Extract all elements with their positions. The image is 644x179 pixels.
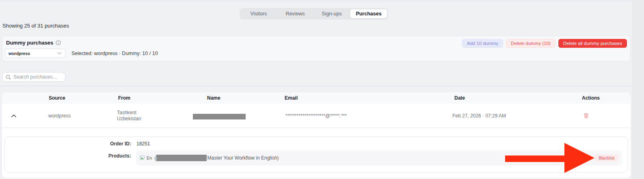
- product-title-prefix: (: [154, 155, 156, 161]
- tab-signups[interactable]: Sign-ups: [313, 9, 350, 19]
- product-image-alt: En: [147, 156, 152, 160]
- col-header-email: Email: [285, 95, 298, 101]
- col-header-source: Source: [49, 95, 65, 101]
- annotation-arrow-head: [564, 143, 594, 173]
- row-from: TashkentUzbekistan: [117, 110, 141, 122]
- dummy-title-row: Dummy purchases: [6, 40, 61, 46]
- trash-icon: [583, 113, 589, 119]
- top-divider: [0, 1, 644, 1]
- purchases-page: Visitors Reviews Sign-ups Purchases Show…: [0, 0, 644, 179]
- tab-reviews[interactable]: Reviews: [277, 9, 313, 19]
- delete-row-button[interactable]: [582, 112, 590, 119]
- row-name-redacted: [193, 114, 246, 119]
- products-label: Products:: [5, 153, 131, 159]
- product-title: ( Master Your Workflow in English): [154, 155, 279, 161]
- selected-info-text: Selected: wordpress · Dummy: 10 / 10: [71, 51, 158, 56]
- col-header-actions: Actions: [582, 95, 600, 101]
- search-icon: [6, 75, 11, 80]
- search-input[interactable]: [13, 74, 62, 80]
- page-right-margin: [632, 0, 644, 179]
- row-email-masked: *********************@*****.***: [285, 113, 347, 119]
- source-select-value: wordpress: [9, 51, 30, 56]
- row-date: Feb 27, 2026 · 07:29 AM: [452, 113, 506, 119]
- row-from-city: Tashkent: [117, 110, 136, 115]
- tab-purchases[interactable]: Purchases: [350, 9, 387, 19]
- col-header-from: From: [118, 95, 130, 101]
- delete-dummy-button[interactable]: Delete dummy (10): [506, 39, 555, 48]
- collapse-row-button[interactable]: [10, 112, 17, 119]
- broken-image-icon: [140, 156, 146, 161]
- row-source: wordpress: [48, 113, 71, 119]
- product-title-redacted: [156, 155, 207, 161]
- purchases-table: Source From Name Email Date Actions word…: [2, 92, 631, 178]
- blacklist-button[interactable]: Blacklist: [595, 154, 618, 162]
- row-from-country: Uzbekistan: [117, 116, 141, 121]
- product-title-suffix: Master Your Workflow in English): [207, 155, 279, 161]
- row-detail-panel: Order ID: 18251 Products: En ( Master Yo…: [4, 136, 628, 173]
- table-header-row: Source From Name Email Date Actions: [2, 92, 631, 104]
- search-box: [2, 72, 65, 82]
- annotation-arrow-shaft: [505, 156, 566, 162]
- chevron-down-icon: [57, 52, 62, 55]
- delete-all-dummy-button[interactable]: Delete all dummy purchases: [558, 39, 627, 48]
- chevron-up-icon: [11, 114, 16, 117]
- col-header-name: Name: [207, 95, 220, 101]
- col-header-date: Date: [454, 95, 465, 101]
- add-dummy-button[interactable]: Add 10 dummy: [462, 39, 503, 48]
- stats-tab-group: Visitors Reviews Sign-ups Purchases: [240, 8, 388, 19]
- source-select[interactable]: wordpress: [5, 49, 65, 58]
- tab-visitors[interactable]: Visitors: [240, 9, 277, 19]
- order-id-value: 18251: [136, 141, 150, 147]
- info-icon[interactable]: [56, 40, 61, 45]
- results-summary: Showing 25 of 31 purchases: [2, 23, 69, 29]
- section-divider: [0, 86, 632, 86]
- order-id-label: Order ID:: [5, 141, 131, 147]
- dummy-purchases-panel: Dummy purchases wordpress Selected: word…: [2, 36, 631, 62]
- table-row: wordpress TashkentUzbekistan ***********…: [2, 104, 631, 128]
- dummy-panel-title: Dummy purchases: [6, 40, 53, 46]
- dummy-action-buttons: Add 10 dummy Delete dummy (10) Delete al…: [462, 39, 627, 48]
